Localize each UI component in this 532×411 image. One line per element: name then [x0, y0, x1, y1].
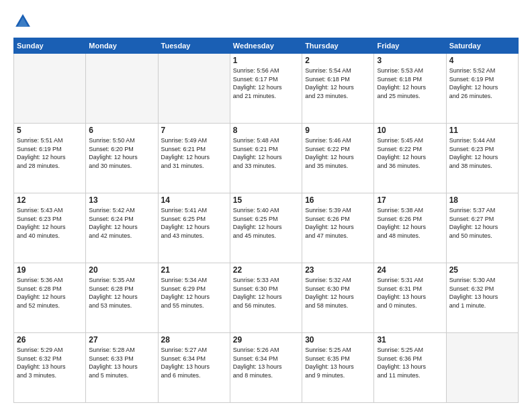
day-info: Sunrise: 5:32 AM Sunset: 6:30 PM Dayligh…	[305, 276, 371, 310]
day-number: 25	[449, 265, 515, 275]
day-number: 24	[377, 265, 443, 275]
day-info: Sunrise: 5:51 AM Sunset: 6:19 PM Dayligh…	[17, 136, 83, 170]
calendar-cell: 29Sunrise: 5:26 AM Sunset: 6:34 PM Dayli…	[230, 333, 302, 403]
day-number: 12	[17, 195, 83, 205]
day-info: Sunrise: 5:41 AM Sunset: 6:25 PM Dayligh…	[161, 206, 227, 240]
day-number: 21	[161, 265, 227, 275]
day-info: Sunrise: 5:30 AM Sunset: 6:32 PM Dayligh…	[449, 276, 515, 310]
calendar-cell: 26Sunrise: 5:29 AM Sunset: 6:32 PM Dayli…	[14, 333, 86, 403]
day-info: Sunrise: 5:52 AM Sunset: 6:19 PM Dayligh…	[449, 66, 515, 100]
calendar-cell: 13Sunrise: 5:42 AM Sunset: 6:24 PM Dayli…	[86, 193, 158, 263]
calendar-cell: 23Sunrise: 5:32 AM Sunset: 6:30 PM Dayli…	[302, 263, 374, 333]
day-info: Sunrise: 5:38 AM Sunset: 6:26 PM Dayligh…	[377, 206, 443, 240]
calendar-cell: 19Sunrise: 5:36 AM Sunset: 6:28 PM Dayli…	[14, 263, 86, 333]
weekday-header: Friday	[374, 38, 446, 54]
day-number: 19	[17, 265, 83, 275]
calendar-cell: 12Sunrise: 5:43 AM Sunset: 6:23 PM Dayli…	[14, 193, 86, 263]
day-number: 2	[305, 56, 371, 65]
day-info: Sunrise: 5:40 AM Sunset: 6:25 PM Dayligh…	[233, 206, 299, 240]
day-number: 1	[233, 56, 299, 65]
calendar-cell	[86, 54, 158, 124]
day-number: 15	[233, 195, 299, 205]
day-number: 22	[233, 265, 299, 275]
calendar-table: SundayMondayTuesdayWednesdayThursdayFrid…	[13, 38, 519, 403]
day-info: Sunrise: 5:31 AM Sunset: 6:31 PM Dayligh…	[377, 276, 443, 310]
calendar-week-row: 12Sunrise: 5:43 AM Sunset: 6:23 PM Dayli…	[14, 193, 519, 263]
day-info: Sunrise: 5:35 AM Sunset: 6:28 PM Dayligh…	[89, 276, 154, 310]
calendar-cell: 5Sunrise: 5:51 AM Sunset: 6:19 PM Daylig…	[14, 124, 86, 193]
calendar-cell: 6Sunrise: 5:50 AM Sunset: 6:20 PM Daylig…	[86, 124, 158, 193]
day-number: 31	[377, 335, 443, 345]
day-number: 27	[89, 335, 154, 345]
day-number: 9	[305, 126, 371, 135]
calendar-cell: 15Sunrise: 5:40 AM Sunset: 6:25 PM Dayli…	[230, 193, 302, 263]
calendar-cell: 27Sunrise: 5:28 AM Sunset: 6:33 PM Dayli…	[86, 333, 158, 403]
day-info: Sunrise: 5:56 AM Sunset: 6:17 PM Dayligh…	[233, 66, 299, 100]
calendar-cell: 9Sunrise: 5:46 AM Sunset: 6:22 PM Daylig…	[302, 124, 374, 193]
calendar-cell: 17Sunrise: 5:38 AM Sunset: 6:26 PM Dayli…	[374, 193, 446, 263]
day-info: Sunrise: 5:37 AM Sunset: 6:27 PM Dayligh…	[449, 206, 515, 240]
day-info: Sunrise: 5:39 AM Sunset: 6:26 PM Dayligh…	[305, 206, 371, 240]
day-number: 4	[449, 56, 515, 65]
day-info: Sunrise: 5:26 AM Sunset: 6:34 PM Dayligh…	[233, 346, 299, 379]
page: SundayMondayTuesdayWednesdayThursdayFrid…	[0, 0, 532, 411]
day-info: Sunrise: 5:34 AM Sunset: 6:29 PM Dayligh…	[161, 276, 227, 310]
calendar-cell: 3Sunrise: 5:53 AM Sunset: 6:18 PM Daylig…	[374, 54, 446, 124]
day-info: Sunrise: 5:29 AM Sunset: 6:32 PM Dayligh…	[17, 346, 83, 379]
weekday-header: Sunday	[14, 38, 86, 54]
calendar-week-row: 1Sunrise: 5:56 AM Sunset: 6:17 PM Daylig…	[14, 54, 519, 124]
day-number: 17	[377, 195, 443, 205]
day-info: Sunrise: 5:54 AM Sunset: 6:18 PM Dayligh…	[305, 66, 371, 100]
day-info: Sunrise: 5:45 AM Sunset: 6:22 PM Dayligh…	[377, 136, 443, 170]
day-number: 7	[161, 126, 227, 135]
calendar-cell: 22Sunrise: 5:33 AM Sunset: 6:30 PM Dayli…	[230, 263, 302, 333]
calendar-cell	[158, 54, 230, 124]
day-number: 3	[377, 56, 443, 65]
calendar-week-row: 19Sunrise: 5:36 AM Sunset: 6:28 PM Dayli…	[14, 263, 519, 333]
day-info: Sunrise: 5:33 AM Sunset: 6:30 PM Dayligh…	[233, 276, 299, 310]
day-number: 13	[89, 195, 154, 205]
calendar-week-row: 26Sunrise: 5:29 AM Sunset: 6:32 PM Dayli…	[14, 333, 519, 403]
calendar-cell: 24Sunrise: 5:31 AM Sunset: 6:31 PM Dayli…	[374, 263, 446, 333]
day-number: 20	[89, 265, 154, 275]
calendar-cell: 18Sunrise: 5:37 AM Sunset: 6:27 PM Dayli…	[446, 193, 518, 263]
day-number: 29	[233, 335, 299, 345]
day-number: 8	[233, 126, 299, 135]
day-number: 10	[377, 126, 443, 135]
day-info: Sunrise: 5:28 AM Sunset: 6:33 PM Dayligh…	[89, 346, 154, 379]
calendar-cell: 30Sunrise: 5:25 AM Sunset: 6:35 PM Dayli…	[302, 333, 374, 403]
weekday-header: Monday	[86, 38, 158, 54]
day-info: Sunrise: 5:36 AM Sunset: 6:28 PM Dayligh…	[17, 276, 83, 310]
calendar-cell: 11Sunrise: 5:44 AM Sunset: 6:23 PM Dayli…	[446, 124, 518, 193]
weekday-header: Thursday	[302, 38, 374, 54]
weekday-header: Wednesday	[230, 38, 302, 54]
day-info: Sunrise: 5:27 AM Sunset: 6:34 PM Dayligh…	[161, 346, 227, 379]
day-number: 18	[449, 195, 515, 205]
calendar-cell: 16Sunrise: 5:39 AM Sunset: 6:26 PM Dayli…	[302, 193, 374, 263]
calendar-cell: 8Sunrise: 5:48 AM Sunset: 6:21 PM Daylig…	[230, 124, 302, 193]
day-info: Sunrise: 5:42 AM Sunset: 6:24 PM Dayligh…	[89, 206, 154, 240]
calendar-cell: 10Sunrise: 5:45 AM Sunset: 6:22 PM Dayli…	[374, 124, 446, 193]
header	[13, 12, 519, 31]
day-number: 30	[305, 335, 371, 345]
weekday-header: Saturday	[446, 38, 518, 54]
calendar-cell	[14, 54, 86, 124]
day-number: 23	[305, 265, 371, 275]
calendar-cell: 7Sunrise: 5:49 AM Sunset: 6:21 PM Daylig…	[158, 124, 230, 193]
weekday-header-row: SundayMondayTuesdayWednesdayThursdayFrid…	[14, 38, 519, 54]
day-number: 16	[305, 195, 371, 205]
calendar-cell: 4Sunrise: 5:52 AM Sunset: 6:19 PM Daylig…	[446, 54, 518, 124]
day-info: Sunrise: 5:44 AM Sunset: 6:23 PM Dayligh…	[449, 136, 515, 170]
calendar-cell: 28Sunrise: 5:27 AM Sunset: 6:34 PM Dayli…	[158, 333, 230, 403]
calendar-week-row: 5Sunrise: 5:51 AM Sunset: 6:19 PM Daylig…	[14, 124, 519, 193]
calendar-cell: 1Sunrise: 5:56 AM Sunset: 6:17 PM Daylig…	[230, 54, 302, 124]
day-number: 26	[17, 335, 83, 345]
logo	[13, 12, 35, 31]
calendar-cell: 21Sunrise: 5:34 AM Sunset: 6:29 PM Dayli…	[158, 263, 230, 333]
calendar-cell: 31Sunrise: 5:25 AM Sunset: 6:36 PM Dayli…	[374, 333, 446, 403]
day-info: Sunrise: 5:25 AM Sunset: 6:36 PM Dayligh…	[377, 346, 443, 379]
day-info: Sunrise: 5:53 AM Sunset: 6:18 PM Dayligh…	[377, 66, 443, 100]
day-info: Sunrise: 5:43 AM Sunset: 6:23 PM Dayligh…	[17, 206, 83, 240]
day-info: Sunrise: 5:50 AM Sunset: 6:20 PM Dayligh…	[89, 136, 154, 170]
day-info: Sunrise: 5:48 AM Sunset: 6:21 PM Dayligh…	[233, 136, 299, 170]
